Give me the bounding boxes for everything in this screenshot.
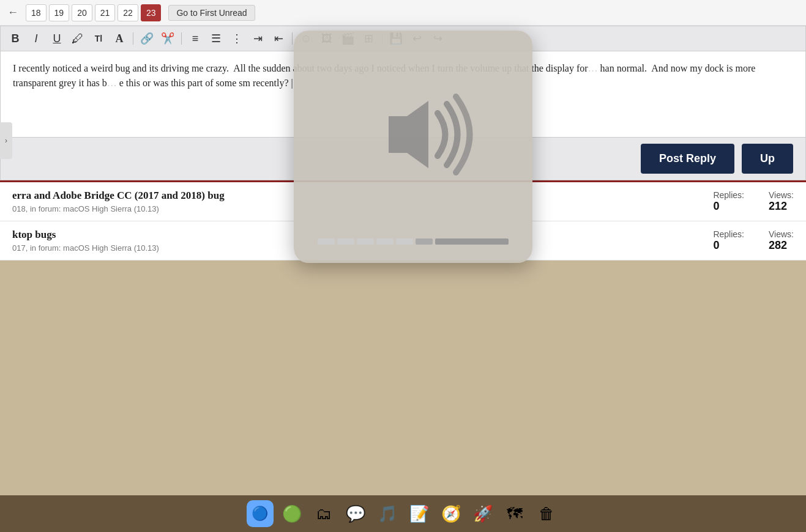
volume-overlay xyxy=(294,31,532,263)
views-label-2: Views: xyxy=(769,229,794,239)
views-stat: Views: 212 xyxy=(769,190,794,213)
vol-seg-4 xyxy=(376,238,394,245)
color-btn[interactable]: 🖊 xyxy=(69,30,86,47)
replies-stat: Replies: 0 xyxy=(713,190,744,213)
messages-icon[interactable]: 💬 xyxy=(342,500,369,527)
replies-value-2: 0 xyxy=(713,239,744,252)
page-20[interactable]: 20 xyxy=(72,4,92,21)
collapse-sidebar-btn[interactable]: › xyxy=(0,122,12,159)
safari-icon[interactable]: 🧭 xyxy=(438,500,465,527)
vol-seg-fill xyxy=(435,238,509,245)
upload-button[interactable]: Up xyxy=(742,144,793,174)
vol-seg-3 xyxy=(357,238,374,245)
page-23[interactable]: 23 xyxy=(141,4,162,21)
replies-label-2: Replies: xyxy=(713,229,744,239)
thread-stats-2: Replies: 0 Views: 282 xyxy=(610,229,794,252)
launchpad-icon[interactable]: 🚀 xyxy=(469,500,496,527)
volume-slider-area[interactable] xyxy=(318,238,509,263)
indent-left-btn[interactable]: ⇤ xyxy=(270,30,287,47)
list-ul-btn[interactable]: ☰ xyxy=(207,30,225,47)
replies-label: Replies: xyxy=(713,190,744,200)
volume-icon-area xyxy=(352,31,474,238)
fontsize-btn[interactable]: Tl xyxy=(90,30,107,47)
page-21[interactable]: 21 xyxy=(95,4,116,21)
views-label: Views: xyxy=(769,190,794,200)
sep3 xyxy=(292,32,293,45)
back-arrow[interactable]: ← xyxy=(7,6,18,19)
dock-bar: 🔵 🟢 🗂 💬 🎵 📝 🧭 🚀 🗺 🗑 xyxy=(0,495,806,532)
vol-seg-5 xyxy=(396,238,413,245)
thread-stats: Replies: 0 Views: 212 xyxy=(610,190,794,213)
link-btn[interactable]: 🔗 xyxy=(138,30,155,47)
itunes-icon[interactable]: 🎵 xyxy=(374,500,401,527)
maps-icon[interactable]: 🗺 xyxy=(501,500,528,527)
pagination-bar: ← 18 19 20 21 22 23 Go to First Unread xyxy=(0,0,806,26)
notes-icon[interactable]: 📝 xyxy=(406,500,433,527)
page-22[interactable]: 22 xyxy=(118,4,138,21)
sep2 xyxy=(181,32,182,45)
indent-right-btn[interactable]: ⇥ xyxy=(249,30,266,47)
underline-btn[interactable]: U xyxy=(48,30,65,47)
italic-btn[interactable]: I xyxy=(28,30,45,47)
go-first-unread-btn[interactable]: Go to First Unread xyxy=(168,5,255,21)
trash-icon[interactable]: 🗑 xyxy=(533,500,560,527)
volume-segments xyxy=(318,238,509,245)
font-btn[interactable]: A xyxy=(111,30,128,47)
views-stat-2: Views: 282 xyxy=(769,229,794,252)
page-18[interactable]: 18 xyxy=(26,4,47,21)
chrome-icon[interactable]: 🟢 xyxy=(278,500,305,527)
replies-value: 0 xyxy=(713,200,744,213)
page-19[interactable]: 19 xyxy=(49,4,70,21)
views-value-2: 282 xyxy=(769,239,794,252)
finder-icon[interactable]: 🔵 xyxy=(247,500,274,527)
bold-btn[interactable]: B xyxy=(7,30,24,47)
vol-seg-2 xyxy=(337,238,354,245)
align-btn[interactable]: ≡ xyxy=(187,30,204,47)
replies-stat-2: Replies: 0 xyxy=(713,229,744,252)
svg-marker-0 xyxy=(389,101,428,168)
vol-seg-6 xyxy=(416,238,433,245)
list-ol-btn[interactable]: ⋮ xyxy=(228,30,245,47)
sep1 xyxy=(133,32,133,45)
views-value: 212 xyxy=(769,200,794,213)
vol-seg-1 xyxy=(318,238,335,245)
speaker-icon xyxy=(352,73,474,196)
post-reply-button[interactable]: Post Reply xyxy=(641,144,734,174)
remove-link-btn[interactable]: ✂️ xyxy=(159,30,176,47)
files-icon[interactable]: 🗂 xyxy=(310,500,337,527)
